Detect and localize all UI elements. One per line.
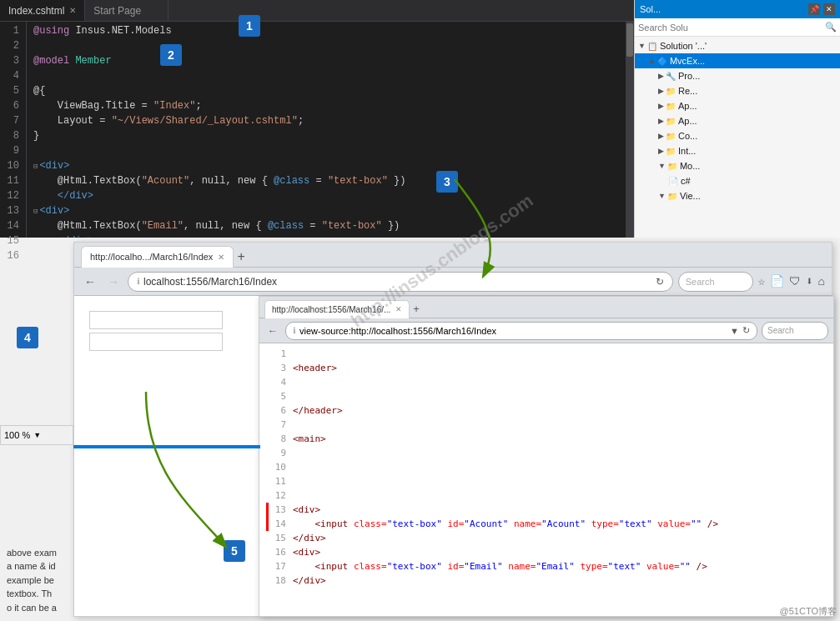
tab-start-page[interactable]: Start Page (85, 0, 169, 21)
se-label-mvcex: MvcEx... (670, 56, 705, 66)
browser-new-tab-btn[interactable]: + (237, 249, 244, 264)
src-line-4: 4 (266, 375, 827, 389)
browser-toolbar-icons: ☆ 📄 🛡 ⬇ ⌂ (758, 274, 825, 288)
browser-inner-searchbox[interactable]: Search (762, 322, 828, 340)
se-icon-pro: 🔧 (666, 72, 676, 81)
browser-urlbar-outer[interactable]: ℹ localhost:1556/March16/Index ↻ (128, 272, 673, 292)
desc-line-3: example be (7, 573, 227, 588)
tab-close-index[interactable]: ✕ (69, 6, 76, 15)
desc-line-2: a name & id (7, 559, 227, 573)
src-ln-3: 3 (266, 361, 286, 375)
desc-line-4: textbox. Th (7, 587, 227, 601)
se-arrow-mvcex: ▲ (648, 57, 656, 65)
badge-2: 2 (160, 44, 182, 66)
se-icon-int: 📁 (666, 147, 676, 156)
se-item-re[interactable]: ▶ 📁 Re... (635, 83, 840, 98)
src-ln-9: 9 (266, 446, 286, 460)
se-pin-btn[interactable]: 📌 (808, 3, 820, 15)
star-icon[interactable]: ☆ (758, 274, 765, 288)
se-item-ap2[interactable]: ▶ 📁 Ap... (635, 113, 840, 128)
browser-forward-btn[interactable]: → (104, 273, 123, 290)
browser-inner-new-tab[interactable]: + (413, 303, 420, 315)
browser-tab-close-outer[interactable]: ✕ (218, 253, 224, 262)
shield-icon[interactable]: 🛡 (789, 275, 801, 288)
se-item-pro[interactable]: ▶ 🔧 Pro... (635, 68, 840, 83)
browser-inner-tab[interactable]: http://localhost:1556/March16/... ✕ (264, 300, 410, 318)
inner-lock-icon: ℹ (293, 326, 296, 335)
src-code-6: </header> (293, 403, 827, 418)
tab-bar: Index.cshtml ✕ Start Page (0, 0, 634, 22)
se-item-solution[interactable]: ▼ 📋 Solution '...' (635, 38, 840, 53)
browser-inner-urlbar[interactable]: ℹ view-source:http://localhost:1556/Marc… (285, 322, 757, 340)
src-ln-8: 8 (266, 432, 286, 446)
zoom-dropdown-btn[interactable]: ▼ (33, 431, 41, 439)
src-line-5: 5 (266, 389, 827, 403)
se-label-mo: Mo... (680, 161, 700, 171)
desc-line-1: above exam (7, 546, 227, 560)
preview-input-acount[interactable] (89, 311, 223, 329)
refresh-icon[interactable]: ↻ (656, 276, 664, 288)
code-line-9 (33, 143, 627, 158)
se-icon-mvcex: 🔷 (657, 57, 667, 66)
se-item-co[interactable]: ▶ 📁 Co... (635, 128, 840, 143)
badge-3: 3 (436, 171, 458, 193)
tab-index-cshtml[interactable]: Index.cshtml ✕ (0, 0, 85, 21)
code-line-8: } (33, 128, 627, 143)
browser-tab-label-outer: http://localho.../March16/Index (90, 252, 213, 262)
se-icon-ap2: 📁 (666, 117, 676, 126)
se-icon-vie: 📁 (667, 192, 677, 201)
preview-input-email[interactable] (89, 333, 223, 351)
browser-search-box-outer[interactable]: Search (678, 272, 753, 292)
src-code-10 (293, 460, 827, 474)
inner-refresh-icon[interactable]: ↻ (742, 325, 750, 336)
se-item-mvcex[interactable]: ▲ 🔷 MvcEx... (635, 53, 840, 68)
src-code-9 (293, 446, 827, 460)
lock-icon: ℹ (137, 277, 140, 286)
src-line-15: 15</div> (266, 531, 827, 545)
src-line-17: 17 <input class="text-box" id="Email" na… (266, 559, 827, 573)
se-item-mo[interactable]: ▼ 📁 Mo... (635, 158, 840, 173)
desc-line-5: o it can be a (7, 601, 227, 615)
se-arrow-ap2: ▶ (658, 117, 664, 125)
se-search-input[interactable] (638, 23, 825, 33)
se-arrow-solution: ▼ (638, 42, 646, 50)
src-code-15: </div> (293, 531, 827, 545)
code-line-6: ViewBag.Title = "Index"; (33, 98, 627, 113)
se-item-ap1[interactable]: ▶ 📁 Ap... (635, 98, 840, 113)
se-close-btn[interactable]: ✕ (823, 3, 835, 15)
code-line-12: </div> (33, 188, 627, 203)
src-ln-4: 4 (266, 375, 286, 389)
se-item-int[interactable]: ▶ 📁 Int... (635, 143, 840, 158)
zoom-bar: 100 % ▼ (0, 425, 73, 445)
badge-4: 4 (17, 327, 38, 348)
src-ln-16: 16 (266, 545, 286, 559)
inner-dropdown-icon[interactable]: ▼ (730, 326, 739, 336)
code-line-15: </div> (33, 233, 627, 238)
code-content[interactable]: @using Insus.NET.Models @model Member @{… (27, 22, 634, 238)
browser-inner-tab-close[interactable]: ✕ (395, 305, 402, 313)
se-header: Sol... 📌 ✕ (635, 0, 840, 18)
code-line-5: @{ (33, 83, 627, 98)
browser-tab-outer[interactable]: http://localho.../March16/Index ✕ (81, 246, 234, 268)
se-arrow-pro: ▶ (658, 72, 664, 80)
browser-inner-back-btn[interactable]: ← (264, 323, 281, 338)
src-line-18: 18</div> (266, 573, 827, 588)
selection-bar (73, 445, 260, 448)
code-line-2 (33, 38, 627, 53)
home-icon[interactable]: ⌂ (818, 275, 825, 288)
editor-scrollbar[interactable] (626, 22, 634, 238)
se-label-pro: Pro... (678, 71, 700, 81)
se-header-buttons: 📌 ✕ (808, 3, 835, 15)
browser-navrow-outer: ← → ℹ localhost:1556/March16/Index ↻ Sea… (74, 268, 832, 296)
se-item-cs[interactable]: 📄 c# (635, 173, 840, 188)
browser-search-placeholder: Search (686, 277, 715, 287)
browser-back-btn[interactable]: ← (81, 273, 99, 290)
code-line-14: @Html.TextBox("Email", null, new { @clas… (33, 218, 627, 233)
se-item-vie[interactable]: ▼ 📁 Vie... (635, 188, 840, 203)
browser-inner-chrome: http://localhost:1556/March16/... ✕ + (259, 297, 833, 318)
src-code-3: <header> (293, 361, 827, 375)
src-code-12 (293, 488, 827, 503)
download-icon[interactable]: ⬇ (806, 274, 812, 288)
src-line-12: 12 (266, 488, 827, 503)
page-icon[interactable]: 📄 (770, 274, 784, 288)
